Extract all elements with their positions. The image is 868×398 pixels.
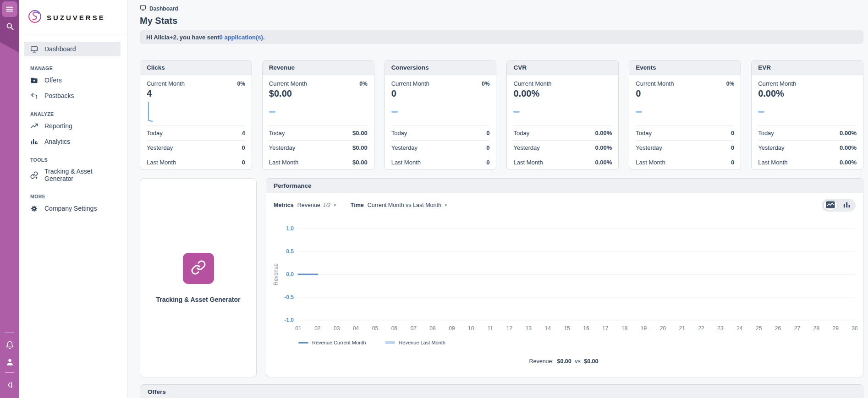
- x-tick-label: 14: [545, 325, 551, 332]
- current-month-change: 0%: [237, 81, 245, 87]
- notifications-button[interactable]: [2, 337, 17, 353]
- legend-item[interactable]: Revenue Last Month: [385, 340, 445, 345]
- sidebar-item-dashboard[interactable]: Dashboard: [24, 42, 121, 56]
- stat-row-value: 0: [486, 144, 489, 151]
- x-tick-label: 01: [295, 325, 302, 332]
- y-tick-label: 0.0: [286, 271, 294, 278]
- metrics-page-indicator: 1/2: [323, 202, 330, 208]
- stat-row-today: Today4: [147, 125, 245, 140]
- hamburger-menu-button[interactable]: [2, 1, 17, 17]
- sidebar-item-label: Reporting: [44, 122, 72, 130]
- chart-canvas: Revenue1.00.50.0-0.5-1.00102030405060708…: [272, 217, 857, 337]
- sidebar-item-company-settings[interactable]: Company Settings: [24, 201, 121, 216]
- stat-card-title: Conversions: [385, 60, 496, 75]
- stat-row-label: Last Month: [636, 159, 665, 166]
- x-tick-label: 23: [717, 325, 724, 332]
- metrics-label: Metrics: [274, 202, 294, 208]
- stat-row-value: $0.00: [352, 144, 368, 151]
- breadcrumb[interactable]: Dashboard: [140, 3, 863, 12]
- metrics-value: Revenue: [297, 202, 320, 208]
- stat-row-label: Last Month: [269, 159, 298, 166]
- x-tick-label: 08: [429, 325, 436, 332]
- line-chart-toggle-button[interactable]: [823, 200, 838, 210]
- x-tick-label: 04: [353, 325, 359, 332]
- stat-row-yesterday: Yesterday0.00%: [758, 140, 857, 155]
- current-month-label: Current Month: [513, 80, 551, 87]
- stat-row-value: 0.00%: [595, 144, 612, 151]
- page-title: My Stats: [140, 16, 863, 26]
- y-tick-label: 0.5: [286, 248, 294, 255]
- stat-row-today: Today0.00%: [513, 125, 612, 140]
- stat-row-last-month: Last Month$0.00: [269, 155, 368, 169]
- brand-logo[interactable]: SUZUVERSE: [19, 0, 127, 34]
- sidebar-item-label: Analytics: [44, 138, 70, 145]
- x-tick-label: 16: [583, 325, 589, 332]
- legend-swatch: [298, 342, 308, 343]
- footer-metric-label: Revenue:: [529, 358, 554, 365]
- stat-row-label: Today: [269, 130, 285, 136]
- current-month-label: Current Month: [269, 80, 307, 87]
- stat-row-label: Today: [758, 130, 774, 136]
- stat-card-revenue: RevenueCurrent Month0%$0.00Today$0.00Yes…: [262, 60, 374, 170]
- tracking-asset-generator-card[interactable]: Tracking & Asset Generator: [140, 178, 257, 377]
- legend-item[interactable]: Revenue Current Month: [298, 340, 366, 345]
- legend-label: Revenue Last Month: [399, 340, 445, 345]
- chevron-down-icon: ▼: [333, 203, 337, 207]
- x-tick-label: 17: [602, 325, 609, 332]
- sparkline-drop: [147, 100, 245, 124]
- sparkline-flat: [513, 100, 612, 124]
- x-tick-label: 29: [832, 325, 839, 332]
- stat-row-label: Yesterday: [513, 144, 539, 151]
- current-month-change: 0%: [726, 81, 734, 87]
- sparkline-flat: [391, 100, 490, 124]
- current-month-value: 4: [147, 88, 245, 99]
- current-month-value: 0.00%: [513, 88, 612, 99]
- x-tick-label: 13: [526, 325, 532, 332]
- profile-button[interactable]: [2, 354, 17, 370]
- applications-link[interactable]: 0 application(s): [220, 34, 263, 41]
- stat-card-title: CVR: [507, 60, 618, 75]
- stat-row-label: Yesterday: [758, 144, 784, 151]
- sidebar-item-postbacks[interactable]: Postbacks: [24, 88, 121, 103]
- rail-divider: [5, 372, 14, 373]
- time-value: Current Month vs Last Month: [368, 202, 441, 208]
- sidebar-item-offers[interactable]: Offers: [24, 73, 121, 87]
- time-dropdown[interactable]: Current Month vs Last Month ▼: [368, 202, 448, 208]
- collapse-sidebar-icon: [5, 381, 14, 389]
- x-tick-label: 03: [334, 325, 340, 332]
- sidebar-item-label: Offers: [44, 76, 62, 84]
- sidebar-section-manage: MANAGE: [30, 65, 127, 71]
- stat-card-clicks: ClicksCurrent Month0%4Today4Yesterday0La…: [140, 60, 252, 170]
- stat-row-yesterday: Yesterday0.00%: [513, 140, 612, 155]
- footer-vs: vs: [575, 358, 581, 365]
- stat-row-label: Last Month: [513, 159, 543, 166]
- current-month-value: 0.00%: [758, 88, 857, 99]
- sidebar-item-tracking-asset-generator[interactable]: Tracking & Asset Generator: [24, 164, 121, 185]
- stat-row-label: Last Month: [758, 159, 787, 166]
- brand-wordmark: SUZUVERSE: [47, 14, 105, 22]
- sidebar-item-analytics[interactable]: Analytics: [24, 134, 121, 149]
- x-tick-label: 11: [487, 325, 493, 332]
- stat-row-today: Today0.00%: [758, 125, 857, 140]
- x-tick-label: 26: [775, 325, 781, 332]
- metrics-dropdown[interactable]: Revenue 1/2 ▼: [297, 202, 337, 208]
- x-tick-label: 12: [506, 325, 513, 332]
- sparkline-flat: [269, 100, 368, 124]
- alert-text: Hi Alicia+2, you have sent: [146, 34, 220, 41]
- sidebar-item-reporting[interactable]: Reporting: [24, 119, 121, 133]
- stat-row-last-month: Last Month0: [391, 155, 490, 169]
- x-tick-label: 05: [372, 325, 379, 332]
- sidebar-section-more: MORE: [30, 194, 127, 199]
- legend-swatch: [385, 341, 395, 344]
- bar-chart-toggle-button[interactable]: [840, 200, 854, 210]
- x-tick-label: 24: [736, 325, 743, 332]
- collapse-sidebar-button[interactable]: [2, 377, 17, 393]
- stat-row-label: Yesterday: [269, 144, 295, 151]
- sparkline-flat: [758, 100, 857, 124]
- current-month-label: Current Month: [758, 80, 796, 87]
- bell-icon: [5, 341, 14, 349]
- stat-card-title: Clicks: [140, 60, 252, 75]
- search-button[interactable]: [2, 18, 17, 34]
- y-tick-label: 1.0: [286, 225, 294, 232]
- applications-alert: Hi Alicia+2, you have sent 0 application…: [140, 30, 863, 44]
